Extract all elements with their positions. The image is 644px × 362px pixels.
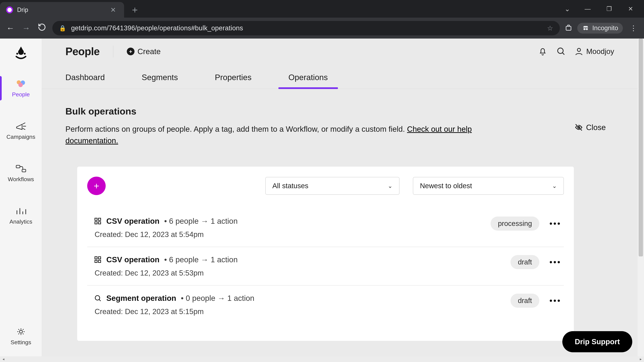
tab-dashboard[interactable]: Dashboard [66,73,105,89]
operation-created: Created: Dec 12, 2023 at 5:53pm [94,269,238,277]
svg-rect-22 [95,260,97,263]
operation-name: CSV operation [106,217,160,226]
notifications-icon[interactable] [538,46,548,56]
left-rail: People Campaigns Workflows Analytics [0,38,42,356]
svg-point-13 [558,48,563,53]
svg-rect-20 [95,257,97,259]
page-title: People [66,45,100,58]
hscroll-left-arrow-icon[interactable]: ◂ [0,357,7,361]
incognito-icon [582,24,589,32]
operations-card: + All statuses ⌄ Newest to oldest ⌄ [77,167,574,341]
browser-tab[interactable]: Drip ✕ [0,2,124,17]
tab-operations[interactable]: Operations [288,73,328,89]
svg-point-12 [20,330,22,333]
tab-properties[interactable]: Properties [215,73,252,89]
bookmark-star-icon[interactable]: ☆ [547,24,553,32]
svg-point-6 [24,53,26,55]
operation-meta: • 0 people → 1 action [181,294,254,303]
sidebar-item-analytics[interactable]: Analytics [0,202,42,229]
chevron-down-icon: ⌄ [552,183,557,189]
window-minimize-icon[interactable]: — [584,5,592,12]
operation-row[interactable]: Segment operation • 0 people → 1 action … [87,286,564,324]
sort-select[interactable]: Newest to oldest ⌄ [413,177,564,195]
megaphone-icon [15,121,27,131]
vertical-scrollbar[interactable] [638,38,644,356]
new-tab-button[interactable]: ＋ [130,3,140,16]
sidebar-item-campaigns[interactable]: Campaigns [0,117,42,144]
incognito-chip[interactable]: Incognito [577,23,623,33]
analytics-icon [15,206,27,216]
operation-row[interactable]: CSV operation • 6 people → 1 action Crea… [87,209,564,247]
window-maximize-icon[interactable]: ❐ [605,5,613,12]
chevron-down-icon: ⌄ [388,183,392,189]
browser-toolbar: ← → 🔒 getdrip.com/7641396/people/operati… [0,17,644,38]
operation-created: Created: Dec 12, 2023 at 5:54pm [94,230,238,239]
svg-point-9 [18,83,23,87]
tabs: Dashboard Segments Properties Operations [42,58,638,89]
svg-rect-1 [568,25,569,26]
tab-close-icon[interactable]: ✕ [110,6,116,14]
tabs-overflow-icon[interactable]: ⌄ [564,5,570,13]
sidebar-item-label: Campaigns [6,134,36,140]
eye-off-icon [574,123,583,132]
nav-reload-icon[interactable] [36,23,47,33]
status-badge: processing [490,217,539,231]
operation-row[interactable]: CSV operation • 6 people → 1 action Crea… [87,247,564,286]
row-more-icon[interactable]: ••• [550,219,561,228]
operation-meta: • 6 people → 1 action [164,255,238,264]
create-button[interactable]: + Create [127,47,161,56]
status-filter-value: All statuses [272,182,308,190]
svg-rect-16 [95,218,97,220]
svg-point-3 [586,28,588,30]
svg-rect-23 [98,260,100,263]
status-filter-select[interactable]: All statuses ⌄ [265,177,400,195]
svg-point-5 [16,53,18,55]
row-more-icon[interactable]: ••• [550,257,561,267]
svg-point-14 [577,48,580,51]
browser-titlebar: Drip ✕ ＋ ⌄ — ❐ ✕ [0,0,644,17]
extensions-icon[interactable] [565,24,572,32]
support-chat-button[interactable]: Drip Support [562,331,632,352]
tab-segments[interactable]: Segments [142,73,178,89]
card-toolbar: + All statuses ⌄ Newest to oldest ⌄ [87,177,564,195]
sidebar-item-settings[interactable]: Settings [0,323,42,350]
lock-icon: 🔒 [59,25,66,31]
sidebar-item-people[interactable]: People [0,75,42,102]
window-close-icon[interactable]: ✕ [626,5,634,12]
nav-forward-icon[interactable]: → [21,23,32,33]
search-icon [94,294,102,302]
hscroll-right-arrow-icon[interactable]: ▸ [637,357,644,361]
grid-icon [94,217,102,225]
nav-back-icon[interactable]: ← [5,23,16,33]
sidebar-item-label: People [12,91,30,98]
section-header: Bulk operations Perform actions on group… [42,89,638,341]
user-menu[interactable]: Moodjoy [574,47,614,56]
vertical-scrollbar-thumb[interactable] [639,38,643,256]
people-icon [15,79,27,89]
create-label: Create [138,47,161,56]
page-viewport: People Campaigns Workflows Analytics [0,38,644,356]
user-name: Moodjoy [586,47,614,56]
incognito-label: Incognito [592,24,618,32]
sort-value: Newest to oldest [420,182,472,190]
row-more-icon[interactable]: ••• [550,296,561,306]
browser-menu-icon[interactable]: ⋮ [628,24,639,32]
section-desc-text: Perform actions on groups of people. App… [66,125,407,133]
new-operation-button[interactable]: + [87,177,106,195]
sidebar-item-label: Analytics [10,218,32,225]
search-icon[interactable] [556,46,566,56]
section-description: Perform actions on groups of people. App… [66,123,518,146]
svg-rect-19 [98,222,100,224]
close-label: Close [586,123,606,132]
header-divider [113,45,113,57]
brand-logo[interactable] [13,45,29,59]
sidebar-item-workflows[interactable]: Workflows [0,160,42,187]
user-icon [574,47,584,56]
url-text: getdrip.com/7641396/people/operations#bu… [71,24,243,32]
svg-rect-4 [585,29,586,29]
address-bar[interactable]: 🔒 getdrip.com/7641396/people/operations#… [52,21,560,35]
grid-icon [94,256,102,264]
horizontal-scrollbar[interactable]: ◂ ▸ [0,356,644,362]
close-button[interactable]: Close [574,123,606,132]
status-badge: draft [510,255,539,269]
